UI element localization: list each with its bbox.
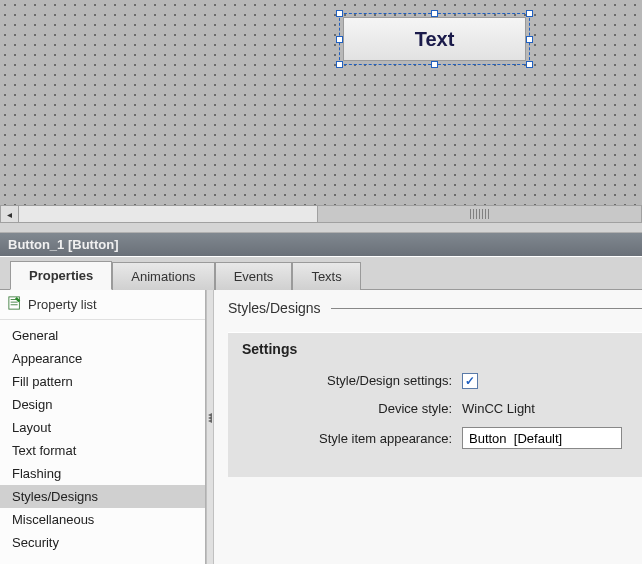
grip-icon <box>470 209 490 219</box>
device-style-value: WinCC Light <box>462 399 535 418</box>
tab-label: Animations <box>131 269 195 284</box>
resize-handle-s[interactable] <box>431 61 438 68</box>
resize-handle-nw[interactable] <box>336 10 343 17</box>
property-list-title: Property list <box>28 297 97 312</box>
sidebar-item-label: Security <box>12 535 59 550</box>
sidebar-item-flashing[interactable]: Flashing <box>0 462 205 485</box>
resize-handle-e[interactable] <box>526 36 533 43</box>
sidebar-item-layout[interactable]: Layout <box>0 416 205 439</box>
tab-properties[interactable]: Properties <box>10 261 112 290</box>
resize-handle-sw[interactable] <box>336 61 343 68</box>
check-icon: ✓ <box>465 374 475 388</box>
sidebar-item-design[interactable]: Design <box>0 393 205 416</box>
sidebar-item-label: Text format <box>12 443 76 458</box>
tab-label: Texts <box>311 269 341 284</box>
sidebar-item-fill-pattern[interactable]: Fill pattern <box>0 370 205 393</box>
scroll-left-button[interactable]: ◂ <box>1 206 19 222</box>
tab-label: Events <box>234 269 274 284</box>
sidebar-item-label: Layout <box>12 420 51 435</box>
settings-group-title: Settings <box>242 341 628 357</box>
sidebar-item-label: Fill pattern <box>12 374 73 389</box>
pane-title: Styles/Designs <box>228 300 321 316</box>
device-style-label: Device style: <box>242 401 462 416</box>
settings-group: Settings Style/Design settings: ✓ Device… <box>228 332 642 477</box>
title-rule <box>331 308 642 309</box>
panel-gap <box>0 223 642 232</box>
resize-handle-se[interactable] <box>526 61 533 68</box>
style-design-settings-checkbox[interactable]: ✓ <box>462 373 478 389</box>
sidebar-item-appearance[interactable]: Appearance <box>0 347 205 370</box>
sidebar-item-label: Flashing <box>12 466 61 481</box>
tab-texts[interactable]: Texts <box>292 262 360 290</box>
chevron-left-icon: ◂ <box>7 209 12 220</box>
sidebar-item-security[interactable]: Security <box>0 531 205 554</box>
resize-handle-w[interactable] <box>336 36 343 43</box>
property-list[interactable]: General Appearance Fill pattern Design L… <box>0 320 205 564</box>
tab-strip: Properties Animations Events Texts <box>0 256 642 290</box>
property-list-header: Property list <box>0 290 205 320</box>
sidebar-item-label: Design <box>12 397 52 412</box>
row-device-style: Device style: WinCC Light <box>242 399 628 417</box>
tab-label: Properties <box>29 268 93 283</box>
property-list-sidebar: Property list General Appearance Fill pa… <box>0 290 206 564</box>
tab-animations[interactable]: Animations <box>112 262 214 290</box>
resize-handle-ne[interactable] <box>526 10 533 17</box>
style-item-appearance-input[interactable] <box>462 427 622 449</box>
scrollbar-track[interactable] <box>19 206 641 222</box>
resize-handle-n[interactable] <box>431 10 438 17</box>
sidebar-item-miscellaneous[interactable]: Miscellaneous <box>0 508 205 531</box>
sidebar-item-label: Appearance <box>12 351 82 366</box>
sidebar-item-general[interactable]: General <box>0 324 205 347</box>
sidebar-item-label: Miscellaneous <box>12 512 94 527</box>
button-widget[interactable]: Text <box>343 17 526 61</box>
properties-pane: Styles/Designs Settings Style/Design set… <box>214 290 642 564</box>
row-style-item-appearance: Style item appearance: <box>242 427 628 449</box>
object-title: Button_1 [Button] <box>8 237 118 252</box>
style-design-settings-label: Style/Design settings: <box>242 373 462 388</box>
splitter-grip-icon: ◂◂◂ <box>208 413 212 422</box>
properties-content: Property list General Appearance Fill pa… <box>0 290 642 564</box>
sidebar-item-styles-designs[interactable]: Styles/Designs <box>0 485 205 508</box>
vertical-splitter[interactable]: ◂◂◂ <box>206 290 214 564</box>
sidebar-item-label: Styles/Designs <box>12 489 98 504</box>
button-widget-label: Text <box>415 28 455 51</box>
design-canvas[interactable]: Text <box>0 0 642 205</box>
object-title-bar: Button_1 [Button] <box>0 232 642 256</box>
style-item-appearance-label: Style item appearance: <box>242 431 462 446</box>
row-style-design-settings: Style/Design settings: ✓ <box>242 371 628 389</box>
property-list-icon <box>8 296 22 313</box>
scrollbar-thumb[interactable] <box>317 206 641 222</box>
tab-events[interactable]: Events <box>215 262 293 290</box>
horizontal-scrollbar[interactable]: ◂ <box>0 205 642 223</box>
sidebar-item-text-format[interactable]: Text format <box>0 439 205 462</box>
sidebar-item-label: General <box>12 328 58 343</box>
